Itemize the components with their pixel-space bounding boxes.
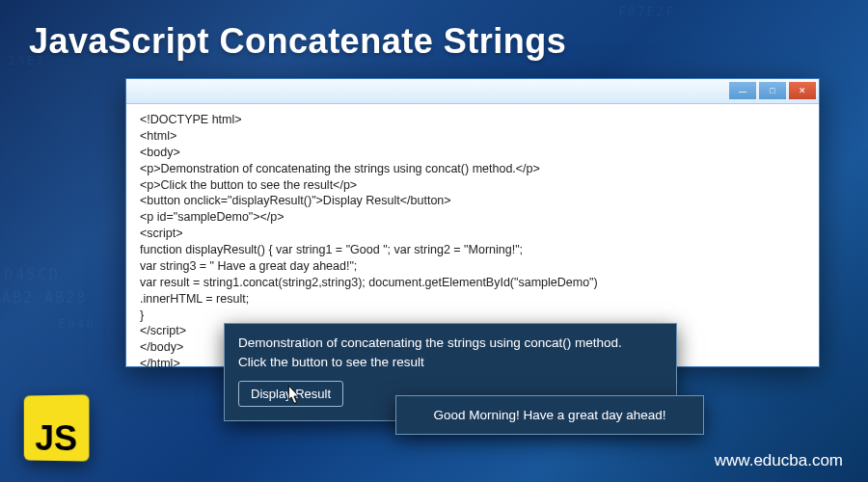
display-result-button[interactable]: Display Result	[238, 381, 343, 407]
maximize-button[interactable]	[759, 82, 786, 99]
result-text: Good Morning! Have a great day ahead!	[434, 408, 666, 422]
website-url: www.educba.com	[715, 451, 843, 470]
result-output-popup: Good Morning! Have a great day ahead!	[395, 395, 704, 435]
window-titlebar	[126, 79, 819, 104]
javascript-logo: JS	[24, 394, 90, 461]
demo-text-line2: Click the button to see the result	[238, 353, 663, 372]
minimize-button[interactable]	[729, 82, 756, 99]
close-button[interactable]	[789, 82, 816, 99]
demo-text-line1: Demonstration of concatenating the strin…	[238, 334, 663, 353]
